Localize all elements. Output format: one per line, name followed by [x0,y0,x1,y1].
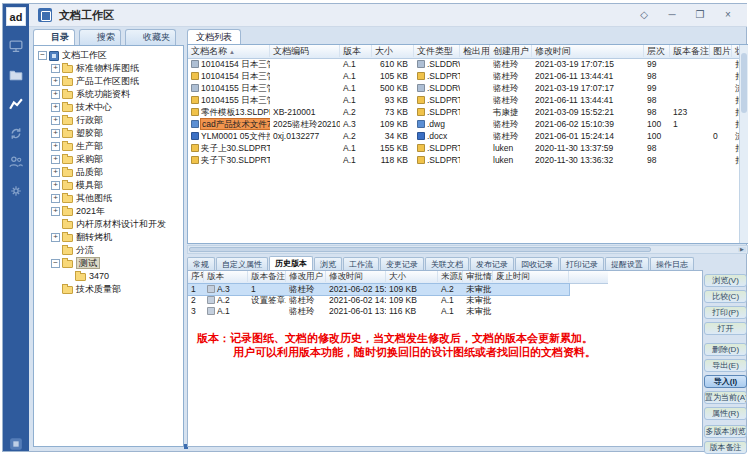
button-导入I[interactable]: 导入(I) [704,375,747,388]
tree-item[interactable]: +产品工作区图纸 [34,75,183,88]
history-row[interactable]: 3A.1骆桂玲2021-06-01 13:49:04116 KBA.1未审批 [188,306,569,317]
collapse-minus-icon[interactable]: − [38,51,47,60]
pin-button[interactable]: ◇ [633,7,655,23]
tab-关联文档[interactable]: 关联文档 [425,257,469,270]
column-header-creator[interactable]: 创建用户 [490,45,532,57]
minimize-button[interactable]: ─ [661,7,683,23]
documents-icon[interactable] [8,67,24,83]
table-row[interactable]: 10104155 日本三管右侧板 S...A.193 KB.SLDPRT骆桂玲2… [188,94,748,106]
app-square-icon[interactable] [8,436,24,452]
restore-button[interactable]: ❐ [689,7,711,23]
tab-工作流[interactable]: 工作流 [343,257,379,270]
table-row[interactable]: 10104154 日本三管左侧板 S...A.1610 KB.SLDDRW骆桂玲… [188,58,748,70]
expand-plus-icon[interactable]: + [51,168,60,177]
scrollbar-thumb[interactable] [189,247,651,252]
tab-提醒设置[interactable]: 提醒设置 [605,257,649,270]
tab-search[interactable]: 搜索 [79,29,121,45]
button-版本备注[interactable]: 版本备注 [704,441,747,454]
document-list-vertical-scrollbar[interactable] [739,45,748,243]
tree-item[interactable]: +翻转烤机 [34,231,183,244]
column-header-type[interactable]: 文件类型 [414,45,460,57]
tree-item[interactable]: +技术中心 [34,101,183,114]
tab-catalog[interactable]: 目录 [33,29,75,45]
tree-item[interactable]: +品质部 [34,166,183,179]
expand-plus-icon[interactable]: + [51,116,60,125]
close-button[interactable]: × [717,7,739,23]
button-导出E[interactable]: 导出(E) [704,359,747,372]
table-row[interactable]: 夹子上30.SLDPRTA.1155 KB.SLDPRTluken2020-11… [188,142,748,154]
expand-plus-icon[interactable]: + [51,64,60,73]
button-打开[interactable]: 打开 [704,322,747,335]
scroll-right-arrow-icon[interactable]: ▶ [738,247,746,252]
tab-回收记录[interactable]: 回收记录 [515,257,559,270]
history-column-seq[interactable]: 序号 [188,271,204,282]
expand-plus-icon[interactable]: + [51,181,60,190]
collapse-minus-icon[interactable]: − [51,259,60,268]
tree-item[interactable]: +其他图纸 [34,192,183,205]
tree-item[interactable]: 分流 [34,244,183,257]
tree-item[interactable]: −测试 [34,257,183,270]
sync-icon[interactable] [8,125,24,141]
tab-发布记录[interactable]: 发布记录 [470,257,514,270]
expand-plus-icon[interactable]: + [51,233,60,242]
button-打印P[interactable]: 打印(P) [704,306,747,319]
history-column-size[interactable]: 大小 [386,271,438,282]
table-row[interactable]: cad产品技术文件7.dwg2025骆桂玲202106...A.3109 KB.… [188,118,748,130]
tab-自定义属性[interactable]: 自定义属性 [216,257,268,270]
history-column-time[interactable]: 修改时间 [326,271,386,282]
tab-常规[interactable]: 常规 [187,257,215,270]
expand-plus-icon[interactable]: + [51,77,60,86]
scrollbar-thumb[interactable] [741,53,747,113]
button-比较C[interactable]: 比较(C) [704,290,747,303]
column-header-size[interactable]: 大小 [372,45,414,57]
tree-item[interactable]: +系统功能资料 [34,88,183,101]
history-column-version[interactable]: 版本 [204,271,248,282]
table-row[interactable]: 10104154 日本三管左侧板 S...A.1105 KB.SLDPRT骆桂玲… [188,70,748,82]
tree-item[interactable]: +行政部 [34,114,183,127]
tree-item[interactable]: +2021年 [34,205,183,218]
column-header-checkout[interactable]: 检出用户 [460,45,490,57]
tree-item[interactable]: +生产部 [34,140,183,153]
tree-item[interactable]: 内杆原材料设计和开发 [34,218,183,231]
history-row[interactable]: 1A.31骆桂玲2021-06-02 15:10:39109 KBA.2未审批 [188,284,569,295]
monitor-icon[interactable] [8,38,24,54]
tab-历史版本[interactable]: 历史版本 [269,256,313,271]
users-icon[interactable] [8,154,24,170]
expand-plus-icon[interactable]: + [51,207,60,216]
column-header-pic[interactable]: 图片 [710,45,732,57]
history-column-abolish[interactable]: 废止时间 [493,271,569,282]
document-list-horizontal-scrollbar[interactable]: ▶ [187,245,748,254]
column-header-version[interactable]: 版本 [340,45,372,57]
tab-浏览[interactable]: 浏览 [314,257,342,270]
column-header-code[interactable]: 文档编码 [270,45,340,57]
history-column-remark[interactable]: 版本备注 [248,271,286,282]
button-属性R[interactable]: 属性(R) [704,407,747,420]
tab-变更记录[interactable]: 变更记录 [380,257,424,270]
expand-plus-icon[interactable]: + [51,142,60,151]
tree-item[interactable]: +塑胶部 [34,127,183,140]
table-row[interactable]: 10104155 日本三管右侧板 S...A.1500 KB.SLDDRW骆桂玲… [188,82,748,94]
table-row[interactable]: 夹子下30.SLDPRTA.1118 KB.SLDPRTluken2020-11… [188,154,748,166]
button-多版本浏览[interactable]: 多版本浏览 [704,425,747,438]
button-浏览V[interactable]: 浏览(V) [704,274,747,287]
history-column-source[interactable]: 来源版本 [438,271,463,282]
tree-item[interactable]: +采购部 [34,153,183,166]
table-row[interactable]: YLM0001 05文件控制.docx0xj.0132277A.234 KB.d… [188,130,748,142]
tree-item[interactable]: 技术质量部 [34,283,183,296]
history-column-approval[interactable]: 审批情况 [463,271,493,282]
expand-plus-icon[interactable]: + [51,155,60,164]
history-column-user[interactable]: 修改用户 [286,271,326,282]
tree-item[interactable]: +标准物料库图纸 [34,62,183,75]
history-row[interactable]: 2A.2设置签章...骆桂玲2021-06-02 14:53:57109 KBA… [188,295,569,306]
column-header-name[interactable]: 文档名称▲ [188,45,270,57]
gear-icon[interactable] [8,183,24,199]
tab-打印记录[interactable]: 打印记录 [560,257,604,270]
expand-plus-icon[interactable]: + [51,194,60,203]
chart-icon[interactable] [8,96,24,112]
tab-操作日志[interactable]: 操作日志 [650,257,694,270]
column-header-modified[interactable]: 修改时间 [532,45,644,57]
tab-favorites[interactable]: 收藏夹 [125,29,176,45]
tree-item[interactable]: −文档工作区 [34,49,183,62]
column-header-remark[interactable]: 版本备注 [670,45,710,57]
button-置为当前A[interactable]: 置为当前(A) [704,391,747,404]
